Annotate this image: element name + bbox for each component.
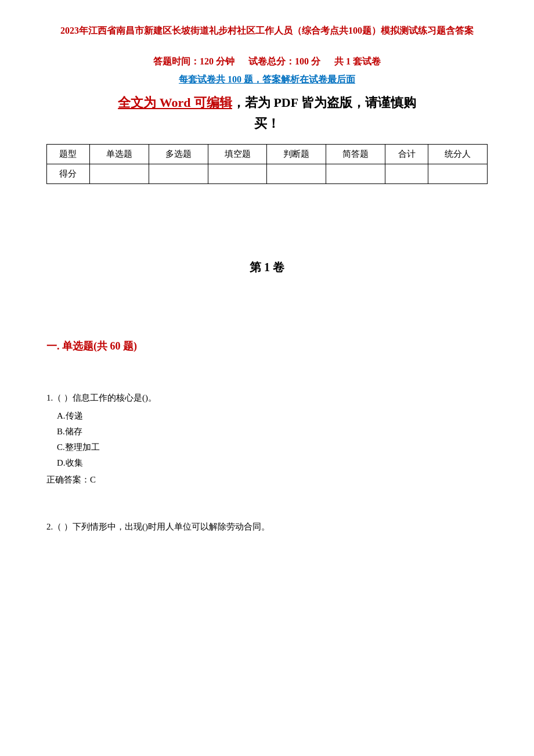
table-cell-6	[385, 164, 428, 183]
table-cell-1	[89, 164, 149, 183]
meta-line: 答题时间：120 分钟 试卷总分：100 分 共 1 套试卷	[46, 56, 488, 68]
table-cell-4	[267, 164, 326, 183]
table-row-label: 得分	[47, 164, 90, 183]
editable-word-part: 全文为 Word 可编辑	[118, 95, 232, 110]
table-cell-2	[149, 164, 208, 183]
question-2-text: 2.（ ）下列情形中，出现()时用人单位可以解除劳动合同。	[46, 521, 488, 532]
answer-1: 正确答案：C	[46, 474, 488, 485]
table-header-0: 题型	[47, 144, 90, 164]
buy-line: 买！	[46, 115, 488, 132]
main-title: 2023年江西省南昌市新建区长坡街道礼步村社区工作人员（综合考点共100题）模拟…	[46, 23, 488, 38]
editable-normal-part: ，若为 PDF 皆为盗版，请谨慎购	[232, 95, 416, 110]
table-header-7: 统分人	[428, 144, 488, 164]
table-cell-5	[326, 164, 385, 183]
table-cell-7	[428, 164, 488, 183]
editable-line: 全文为 Word 可编辑，若为 PDF 皆为盗版，请谨慎购	[46, 94, 488, 111]
volume-label: 第 1 卷	[46, 260, 488, 275]
table-header-1: 单选题	[89, 144, 149, 164]
option-1d: D.收集	[57, 455, 488, 471]
table-header-4: 判断题	[267, 144, 326, 164]
question-1-text: 1.（ ）信息工作的核心是()。	[46, 393, 488, 404]
option-1b: B.储存	[57, 424, 488, 440]
table-header-6: 合计	[385, 144, 428, 164]
section-title: 一. 单选题(共 60 题)	[46, 339, 488, 353]
highlight-line: 每套试卷共 100 题，答案解析在试卷最后面	[46, 74, 488, 86]
question-1-options: A.传递 B.储存 C.整理加工 D.收集	[57, 408, 488, 471]
question-2: 2.（ ）下列情形中，出现()时用人单位可以解除劳动合同。	[46, 521, 488, 532]
table-header-2: 多选题	[149, 144, 208, 164]
table-cell-3	[208, 164, 267, 183]
sets-label: 共 1 套试卷	[334, 56, 381, 66]
table-header-5: 简答题	[326, 144, 385, 164]
score-table: 题型 单选题 多选题 填空题 判断题 简答题 合计 统分人 得分	[46, 144, 488, 184]
option-1c: C.整理加工	[57, 440, 488, 455]
table-header-3: 填空题	[208, 144, 267, 164]
score-label: 试卷总分：100 分	[248, 56, 320, 66]
time-label: 答题时间：120 分钟	[153, 56, 234, 66]
question-1: 1.（ ）信息工作的核心是()。 A.传递 B.储存 C.整理加工 D.收集 正…	[46, 393, 488, 485]
option-1a: A.传递	[57, 408, 488, 424]
